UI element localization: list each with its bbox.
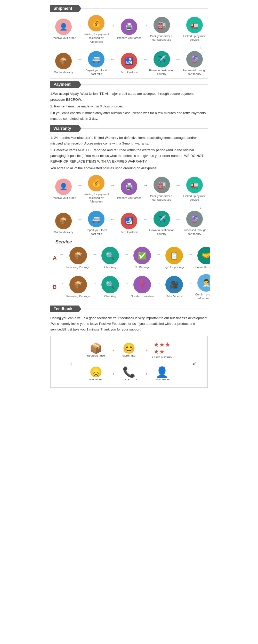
service-b-item5: 👨‍💼 Confirm problem, refund money: [193, 274, 210, 300]
service-b-video-label: Take Videos: [166, 294, 182, 298]
payment-text: 1.We accept Alipay, West Union, TT. All …: [50, 91, 208, 121]
service-label-b: B: [53, 284, 59, 290]
warranty-title: Warranty: [50, 125, 81, 132]
sb-arrow2: →: [124, 281, 129, 286]
flow-item-receive: 👤 Receive your order: [50, 19, 77, 40]
service-a-flow: 📦 Receving Package → 🔍 Checking → ✅ No D…: [65, 247, 210, 269]
w-flow-item-payment-wait: 💰 Waiting for payment released by Aliexp…: [83, 175, 110, 204]
sb-arrow1: →: [92, 281, 97, 286]
w-arrow-left4: →: [175, 217, 181, 223]
w-sort-facility-icon: 🔮: [186, 211, 203, 227]
w-out-delivery-label: Out for delivery: [54, 230, 73, 234]
w-depart-local-icon: 🚐: [88, 211, 104, 227]
w-clear-customs-label: Clear Customs: [120, 230, 139, 234]
service-b-question-label: Goods in question: [131, 294, 154, 298]
flow-item-customs: 🛃 Clear Customs: [116, 53, 142, 74]
down-arrow: ↓: [50, 45, 208, 50]
sb-arrow4: →: [188, 281, 193, 286]
service-label-a: A: [53, 255, 59, 261]
service-b-pkg-label: Receving Package: [66, 294, 90, 298]
arrow4: →: [175, 23, 181, 29]
receive-item-label: RECEIVE ITEM: [87, 354, 105, 357]
payment-line3: 3.If you can't checkout immediately afte…: [50, 110, 208, 122]
satisfied-icon: 😊: [123, 343, 135, 353]
w-prepare-order-icon: 🖨️: [121, 179, 137, 195]
w-flow-item-flown: ✈️ Flown to destination country: [148, 211, 175, 236]
solve-icon: 👤: [156, 367, 168, 377]
sa-arrow2: →: [124, 251, 129, 257]
w-flow-item-out-delivery: 📦 Out for delivery: [50, 213, 77, 234]
service-a-start-arrow: →: [59, 251, 64, 257]
service-a-sign-icon: 📋: [165, 247, 183, 264]
service-b-pkg-icon: 📦: [69, 276, 87, 293]
payment-header: Payment: [50, 81, 208, 88]
w-arrow-left1: →: [77, 217, 83, 223]
feedback-divider: [81, 309, 208, 309]
w-prepare-order-label: Prepare your order: [117, 196, 141, 200]
shipment-divider: [81, 9, 208, 9]
service-b-check-icon: 🔍: [101, 276, 119, 293]
feedback-section: Feedback Hoping you can give us a good f…: [50, 306, 208, 388]
service-b-item4: 🎥 Take Videos: [161, 276, 187, 298]
service-a-item5: 🤝 Confirm the delivery: [193, 247, 210, 269]
service-b-check-label: Checking: [104, 294, 116, 298]
arrow-left4: →: [175, 57, 181, 63]
service-b-start-arrow: →: [59, 281, 64, 286]
feedback-receive-item: 📦 RECEIVE ITEM: [84, 343, 108, 357]
w-receive-order-icon: 👤: [55, 179, 72, 195]
depart-local-label: Depart your local post offic: [83, 69, 110, 76]
flow-item-depart-local: 🚐 Depart your local post offic: [83, 51, 110, 76]
service-b-refund-icon: 👨‍💼: [197, 274, 210, 292]
warranty-divider: [81, 128, 208, 129]
arrow1: →: [77, 23, 83, 29]
flow-item-sort: 🔮 Processed through sort facility: [181, 51, 208, 76]
w-pack-order-icon: 🏭: [154, 177, 170, 193]
sep2: [50, 303, 208, 303]
payment-divider: [81, 84, 208, 85]
w-flow-item-prepare: 🖨️ Prepare your order: [116, 179, 142, 200]
service-a-nodmg-icon: ✅: [133, 247, 151, 264]
w-flow-item-customs: 🛃 Clear Customs: [116, 213, 142, 234]
service-title: Service: [55, 239, 208, 245]
service-a-item4: 📋 Sign for package: [161, 247, 187, 269]
service-a-confirm-icon: 🤝: [197, 247, 210, 264]
out-delivery-icon: 📦: [55, 53, 72, 69]
w-arrow4: →: [175, 182, 181, 188]
prepare-order-label: Prepare your order: [117, 36, 141, 40]
flow-item-payment-wait: 💰 Waiting for payment released by Aliexp…: [83, 15, 110, 44]
w-clear-customs-icon: 🛃: [121, 213, 137, 229]
shipment-flow-row2: 📦 Out for delivery → 🚐 Depart your local…: [50, 51, 208, 76]
feedback-arrows-row: ↓ ↙: [56, 360, 202, 367]
service-b-item3: ❓ Goods in question: [129, 276, 155, 298]
depart-local-icon: 🚐: [88, 51, 104, 67]
fb-curved-arrow: ↙: [179, 360, 202, 367]
w-arrow1: →: [77, 182, 83, 188]
feedback-bottom-row: 😞 UNSATISFIED → 📞 CONTACT US → 👤 100% SO…: [84, 367, 174, 381]
service-b-item1: 📦 Receving Package: [65, 276, 91, 298]
clear-customs-icon: 🛃: [121, 53, 137, 69]
service-a-check-label: Checking: [104, 265, 116, 269]
service-a-sign-label: Sign for package: [164, 265, 185, 269]
w-receive-order-label: Receive your order: [52, 196, 76, 200]
arrow-left2: →: [110, 57, 115, 63]
warranty-line1: 1. 24 months Manufacturer`s limited Warr…: [50, 135, 208, 146]
service-a-nodmg-label: No Damage: [135, 265, 150, 269]
w-arrow-left2: →: [110, 217, 115, 223]
service-spacer: [50, 272, 208, 274]
fb-arrow2: →: [143, 347, 148, 353]
service-section: Service A → 📦 Receving Package → 🔍 Check…: [50, 239, 208, 300]
payment-line1: 1.We accept Alipay, West Union, TT. All …: [50, 91, 208, 102]
contact-icon: 📞: [123, 367, 135, 377]
receive-order-label: Receive your order: [52, 36, 76, 40]
service-a-item2: 🔍 Checking: [97, 247, 123, 269]
satisfied-label: SATISFIED: [123, 354, 136, 357]
receive-item-icon: 📦: [90, 343, 102, 353]
shipment-section: Shipment 👤 Receive your order → 💰 Waitin…: [50, 5, 208, 76]
prepare-order-icon: 🖨️: [121, 19, 137, 35]
w-pickup-mail-icon: 🚛: [186, 177, 203, 193]
feedback-header: Feedback: [50, 306, 208, 312]
service-b-refund-label: Confirm problem, refund money: [193, 293, 210, 300]
arrow-left3: →: [143, 57, 148, 63]
feedback-unsatisfied: 😞 UNSATISFIED: [84, 367, 108, 381]
service-a-pkg-label: Receving Package: [66, 265, 90, 269]
